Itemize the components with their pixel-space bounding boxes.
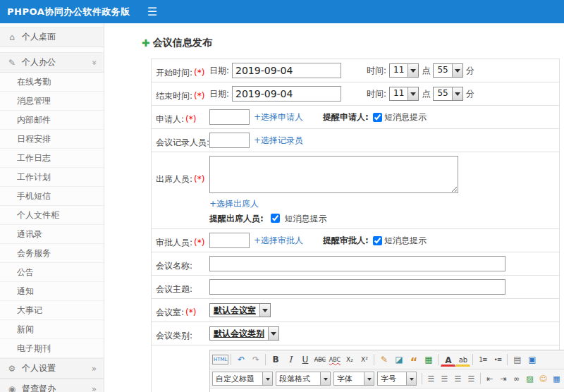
choose-applicant-link[interactable]: +选择申请人 xyxy=(254,111,303,123)
toolbar-separator xyxy=(480,373,481,384)
sidebar-item-attendance[interactable]: 在线考勤 xyxy=(0,73,104,92)
editor-content-area[interactable] xyxy=(210,388,564,392)
field-label: 会议记录人员:(*) xyxy=(152,129,205,149)
outdent-icon[interactable]: ⇤ xyxy=(483,372,496,386)
quick-format-icon[interactable]: ✎ xyxy=(376,353,391,367)
superscript-icon[interactable]: X² xyxy=(357,353,372,367)
end-date-input[interactable] xyxy=(232,86,341,102)
attendees-sms-checkbox[interactable] xyxy=(271,214,280,223)
emoticon-icon[interactable]: ☺ xyxy=(537,372,550,386)
form-row-applicant: 申请人:(*) +选择申请人 提醒申请人: 短消息提示 xyxy=(152,106,559,129)
sidebar-item-meeting-service[interactable]: 会务服务 xyxy=(0,244,104,263)
font-size-select[interactable]: 字号 xyxy=(377,372,417,386)
meeting-name-input[interactable] xyxy=(209,256,505,271)
dropdown-arrow-icon xyxy=(452,64,462,77)
sidebar-item-internal-mail[interactable]: 内部邮件 xyxy=(0,111,104,130)
align-right-icon[interactable]: ☰ xyxy=(451,372,465,386)
font-family-select[interactable]: 字体 xyxy=(333,372,374,386)
select-value: 默认会议类别 xyxy=(210,327,268,340)
attendees-textarea[interactable] xyxy=(209,156,458,193)
dropdown-arrow-icon xyxy=(406,372,416,385)
sidebar-item-work-log[interactable]: 工作日志 xyxy=(0,149,104,168)
recorder-input[interactable] xyxy=(209,133,250,148)
blockquote-icon[interactable]: “ xyxy=(406,353,421,367)
chevron-right-icon: » xyxy=(92,384,97,392)
end-hour-select[interactable]: 11 xyxy=(389,87,419,101)
choose-approver-link[interactable]: +选择审批人 xyxy=(254,235,303,247)
sidebar-item-file-cabinet[interactable]: 个人文件柜 xyxy=(0,206,104,225)
sidebar-section-office[interactable]: ✎ 个人办公 » xyxy=(0,52,104,73)
select-value: 字体 xyxy=(334,372,364,385)
ordered-list-icon[interactable]: 1≡ xyxy=(475,353,490,367)
sidebar-section-label: 个人设置 xyxy=(22,362,56,374)
field-area: 默认会议室 xyxy=(205,299,559,321)
bold-icon[interactable]: B xyxy=(268,353,283,367)
sidebar-item-events[interactable]: 大事记 xyxy=(0,301,104,320)
underline-icon[interactable]: U xyxy=(298,353,312,367)
editor-toolbar-row2: 自定义标题 段落格式 字体 字号 ☰ ☰ ☰ ☰ ⇤ ⇥ ∞ ▨ xyxy=(210,369,564,388)
sidebar-section-supervision[interactable]: ◉ 督查督办 » xyxy=(0,379,104,392)
unordered-list-icon[interactable]: •≡ xyxy=(490,353,505,367)
indent-icon[interactable]: ⇥ xyxy=(496,372,510,386)
sidebar-section-settings[interactable]: ⚙ 个人设置 » xyxy=(0,358,104,379)
subscript-icon[interactable]: X₂ xyxy=(342,353,357,367)
form-row-meeting-name: 会议名称: xyxy=(152,252,559,276)
sidebar: ⌂ 个人桌面 ✎ 个人办公 » 在线考勤 消息管理 内部邮件 日程安排 工作日志… xyxy=(0,23,104,392)
html-source-icon[interactable]: HTML xyxy=(212,355,228,365)
applicant-sms-checkbox[interactable] xyxy=(373,113,382,122)
sidebar-item-e-journal[interactable]: 电子期刊 xyxy=(0,339,104,358)
font-color-icon[interactable]: A xyxy=(441,355,455,367)
format-brush-icon[interactable]: ◪ xyxy=(391,353,406,367)
start-date-input[interactable] xyxy=(232,63,341,78)
form-row-recorder: 会议记录人员:(*) +选择记录员 xyxy=(152,129,559,152)
start-minute-select[interactable]: 55 xyxy=(433,63,462,78)
highlight-color-icon[interactable]: ab xyxy=(455,355,470,367)
sidebar-section-label: 督查督办 xyxy=(22,383,56,392)
select-value: 11 xyxy=(390,64,407,77)
sidebar-item-sms[interactable]: 手机短信 xyxy=(0,187,104,206)
undo-icon[interactable]: ↶ xyxy=(233,353,248,367)
required-marker: (*) xyxy=(194,238,204,247)
custom-heading-select[interactable]: 自定义标题 xyxy=(212,372,273,386)
choose-attendees-link[interactable]: +选择出席人 xyxy=(209,199,259,209)
italic-icon[interactable]: I xyxy=(283,353,298,367)
dropdown-arrow-icon xyxy=(452,87,462,100)
sidebar-item-news[interactable]: 新闻 xyxy=(0,320,104,339)
meeting-form: 开始时间:(*) 日期: 时间: 11 点 55 分 结束时间:(*) 日期: … xyxy=(151,59,560,392)
strikethrough-icon[interactable]: ABC xyxy=(312,353,327,367)
start-hour-select[interactable]: 11 xyxy=(389,63,419,78)
sidebar-section-desktop[interactable]: ⌂ 个人桌面 xyxy=(0,27,104,47)
sidebar-item-work-plan[interactable]: 工作计划 xyxy=(0,168,104,187)
paragraph-format-select[interactable]: 段落格式 xyxy=(276,372,331,386)
redo-icon[interactable]: ↷ xyxy=(248,353,263,367)
spellcheck-icon[interactable]: ABC xyxy=(327,353,342,367)
field-label: 会议类别: xyxy=(152,322,205,342)
choose-recorder-link[interactable]: +选择记录员 xyxy=(254,135,303,147)
dropdown-arrow-icon xyxy=(320,372,330,385)
applicant-input[interactable] xyxy=(209,109,250,125)
fullscreen-icon[interactable]: ▣ xyxy=(525,353,539,367)
sidebar-item-schedule[interactable]: 日程安排 xyxy=(0,130,104,149)
align-center-icon[interactable]: ☰ xyxy=(438,372,451,386)
insert-image-icon[interactable]: ▨ xyxy=(523,372,537,386)
link-icon[interactable]: ∞ xyxy=(510,372,523,386)
align-justify-icon[interactable]: ☰ xyxy=(465,372,478,386)
sidebar-item-announcements[interactable]: 公告 xyxy=(0,263,104,282)
end-minute-select[interactable]: 55 xyxy=(433,87,462,101)
approver-input[interactable] xyxy=(209,233,250,248)
hamburger-menu-icon[interactable]: ☰ xyxy=(147,6,157,18)
sidebar-item-contacts[interactable]: 通讯录 xyxy=(0,225,104,244)
sidebar-item-messages[interactable]: 消息管理 xyxy=(0,92,104,111)
hour-unit: 点 xyxy=(422,65,430,77)
insert-template-icon[interactable]: ▦ xyxy=(421,353,436,367)
align-left-icon[interactable]: ☰ xyxy=(424,372,438,386)
label-text: 会议主题: xyxy=(156,284,192,294)
sidebar-item-notices[interactable]: 通知 xyxy=(0,282,104,301)
page-break-icon[interactable]: ▤ xyxy=(510,353,525,367)
meeting-category-select[interactable]: 默认会议类别 xyxy=(209,326,279,341)
meeting-room-select[interactable]: 默认会议室 xyxy=(209,303,271,317)
insert-table-icon[interactable]: ▦ xyxy=(550,372,563,386)
label-text: 申请人: xyxy=(156,114,184,124)
meeting-subject-input[interactable] xyxy=(209,279,505,295)
approver-sms-checkbox[interactable] xyxy=(373,236,382,245)
